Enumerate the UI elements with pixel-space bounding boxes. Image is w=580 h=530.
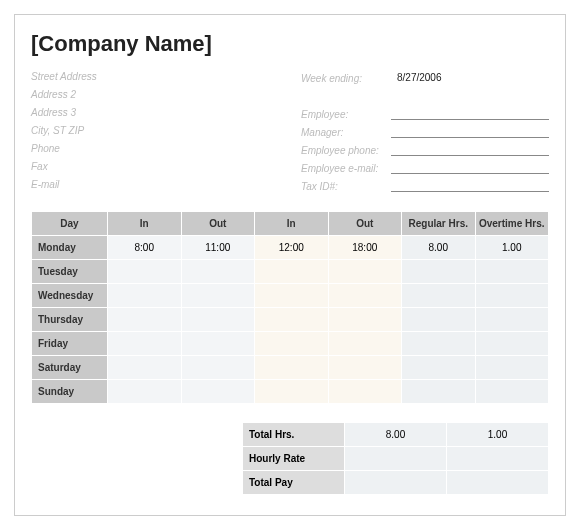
cell [181,260,255,284]
cell: Monday [32,236,108,260]
field-value: 8/27/2006 [391,72,549,84]
table-row: Sunday [32,380,549,404]
email-label: E-mail [31,179,271,193]
cell [108,308,182,332]
cell: Sunday [32,380,108,404]
cell [475,380,549,404]
field-label: Employee phone: [301,145,391,156]
detail-field: Manager: [301,125,549,139]
table-row: Wednesday [32,284,549,308]
totals-value: 1.00 [447,423,549,447]
cell [328,260,402,284]
details-column: Week ending:8/27/2006Employee:Manager:Em… [301,71,549,193]
detail-field: Employee phone: [301,143,549,157]
cell [108,332,182,356]
column-header: Out [328,212,402,236]
field-value [391,108,549,120]
cell: Friday [32,332,108,356]
company-name-title: [Company Name] [31,31,549,57]
field-label: Employee e-mail: [301,163,391,174]
totals-label: Hourly Rate [243,447,345,471]
cell [181,332,255,356]
detail-field: Tax ID#: [301,179,549,193]
totals-table: Total Hrs.8.001.00Hourly RateTotal Pay [242,422,549,495]
cell [181,356,255,380]
cell [402,260,476,284]
totals-value [447,471,549,495]
totals-label: Total Pay [243,471,345,495]
cell [402,284,476,308]
cell [108,380,182,404]
info-section: Street Address Address 2 Address 3 City,… [31,71,549,193]
fax-label: Fax [31,161,271,175]
cell [108,260,182,284]
field-value [391,144,549,156]
cell [402,332,476,356]
cell [328,380,402,404]
detail-field: Employee: [301,107,549,121]
column-header: Regular Hrs. [402,212,476,236]
cell [255,260,329,284]
totals-value: 8.00 [345,423,447,447]
address3-label: Address 3 [31,107,271,121]
table-row: Saturday [32,356,549,380]
cell: Tuesday [32,260,108,284]
cell [475,356,549,380]
table-row: Friday [32,332,549,356]
field-label: Tax ID#: [301,181,391,192]
cell [475,260,549,284]
table-row: Thursday [32,308,549,332]
cell [108,284,182,308]
cell [181,284,255,308]
cell: Saturday [32,356,108,380]
timesheet-table: DayInOutInOutRegular Hrs.Overtime Hrs. M… [31,211,549,404]
cell [475,308,549,332]
column-header: In [108,212,182,236]
totals-value [447,447,549,471]
cell [108,356,182,380]
totals-row: Hourly Rate [243,447,549,471]
totals-row: Total Hrs.8.001.00 [243,423,549,447]
field-label: Manager: [301,127,391,138]
field-label: Week ending: [301,73,391,84]
cell [255,356,329,380]
totals-label: Total Hrs. [243,423,345,447]
phone-label: Phone [31,143,271,157]
detail-field: Employee e-mail: [301,161,549,175]
totals-row: Total Pay [243,471,549,495]
cell [402,356,476,380]
cell: 8.00 [402,236,476,260]
cell [475,284,549,308]
cell [328,308,402,332]
street-address-label: Street Address [31,71,271,85]
cell [255,308,329,332]
cell [328,284,402,308]
address-column: Street Address Address 2 Address 3 City,… [31,71,271,193]
column-header: Overtime Hrs. [475,212,549,236]
cell: Thursday [32,308,108,332]
timesheet-document: [Company Name] Street Address Address 2 … [14,14,566,516]
cell [255,332,329,356]
totals-value [345,471,447,495]
cell [402,380,476,404]
cell [181,380,255,404]
cell: 11:00 [181,236,255,260]
column-header: In [255,212,329,236]
cell: 8:00 [108,236,182,260]
cell [255,380,329,404]
cell: 1.00 [475,236,549,260]
table-row: Tuesday [32,260,549,284]
cell [181,308,255,332]
table-row: Monday8:0011:0012:0018:008.001.00 [32,236,549,260]
column-header: Day [32,212,108,236]
cell [328,356,402,380]
cell [475,332,549,356]
cell [255,284,329,308]
field-label: Employee: [301,109,391,120]
cell: 18:00 [328,236,402,260]
cell: 12:00 [255,236,329,260]
detail-field: Week ending:8/27/2006 [301,71,549,85]
detail-field [301,89,549,103]
column-header: Out [181,212,255,236]
cell [402,308,476,332]
